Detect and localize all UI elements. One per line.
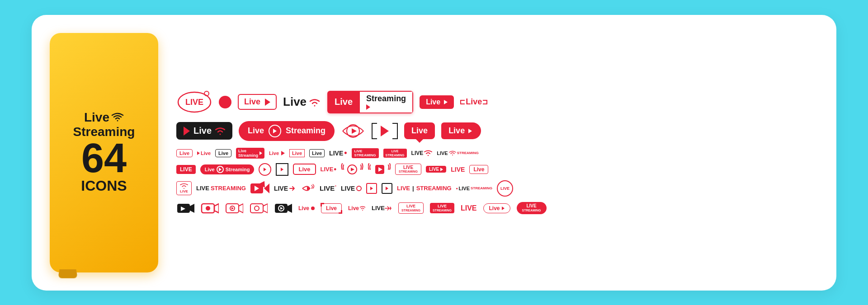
sm-live-streaming-pill-final-icon: LIVE STREAMING [517, 202, 547, 214]
sm-live-streaming-logo-icon: LIVE [176, 181, 192, 195]
sm-live-red-box-icon: LIVESTREAMING [352, 148, 379, 158]
sm-live-signal-icon: LIVE [411, 150, 433, 156]
icon-row-2: Live Live Streaming [176, 119, 818, 143]
svg-marker-4 [352, 128, 357, 134]
cam-play-circle-icon [225, 201, 243, 216]
sm-live-circle-icon: LIVE [341, 185, 362, 192]
sm-live-filled-sm-icon: LIVE [176, 165, 196, 174]
svg-rect-21 [250, 204, 263, 213]
sm-live-streaming-signal-icon: LIVE STREAMING [437, 150, 478, 156]
sm-live-large-text-icon: LIVE [461, 204, 477, 212]
sm-live-streaming-outline-icon: LIVE STREAMING [398, 202, 424, 214]
sm-live-red-outline-icon: Live [293, 164, 316, 175]
sm-live-outline-final-icon: Live [483, 203, 510, 213]
svg-marker-27 [288, 204, 292, 213]
promo-icons-label: ICONS [81, 178, 127, 194]
live-signal-text-icon: Live [283, 95, 321, 109]
icon-row-1: LIVE Live Live [176, 90, 818, 114]
sm-live-streaming-box3-icon: LIVE [426, 166, 446, 173]
sm-live-radio-icon: Live [348, 205, 365, 211]
cam-black-center-icon [274, 201, 292, 216]
sm-play-square2-icon [382, 183, 392, 194]
sm-live-cam-icon: Live [269, 150, 285, 156]
promo-title-row: Live [84, 111, 124, 125]
svg-marker-23 [263, 204, 268, 213]
promo-live-label: Live [84, 111, 109, 125]
radio-waves-icon [341, 119, 365, 143]
sm-live-streaming-dot-icon: • LIVE STREAMING [456, 186, 492, 191]
sm-play-circle-icon [259, 163, 271, 176]
sm-live-circle-sm2-icon: Live [298, 205, 315, 211]
sm-live-streaming-redbox-icon: LIVE STREAMING [430, 203, 454, 213]
sm-play-circle-waves-icon [341, 163, 363, 176]
live-bracket-icon: Live [460, 97, 487, 107]
sm-live-outline-icon: Live [176, 149, 193, 157]
live-circle-icon: LIVE [176, 90, 212, 114]
sm-live-dot-icon: LIVE• [329, 148, 347, 158]
promo-number: 64 [81, 139, 127, 178]
svg-text:LIVE: LIVE [185, 98, 203, 107]
sm-live-streaming-text-icon: LIVE STREAMING [196, 185, 246, 192]
sm-play-square-icon [366, 183, 377, 194]
sm-live-arrow-text-icon: LIVE [274, 185, 296, 192]
sm-play-arrow-icon [301, 183, 315, 193]
sm-live-stream-sm-icon: Live Streaming [200, 164, 255, 174]
svg-marker-19 [231, 207, 234, 210]
bracket-play-icon [372, 123, 398, 139]
live-black-play-icon: Live [176, 122, 232, 140]
live-camera-filled-icon: Live [420, 95, 454, 109]
live-streaming-pill-icon: Live Streaming [239, 121, 335, 141]
sm-live-text-icon: LIVE [451, 166, 465, 173]
wifi-signal-icon [111, 113, 124, 122]
live-arrow-right-icon: Live [441, 122, 481, 139]
promo-card: Live Streaming 64 ICONS [50, 33, 158, 272]
sm-live-outline2-icon: Live [469, 165, 488, 174]
svg-point-15 [206, 206, 210, 211]
cam-bracket-icon [250, 201, 268, 216]
live-speech-bubble-icon: Live [404, 122, 435, 139]
cam-red-outline-icon [201, 201, 219, 216]
live-camera-outline-icon: Live [238, 94, 277, 110]
icons-grid: LIVE Live Live [176, 90, 818, 216]
sm-live-streaming-box2-icon: LIVE STREAMING [395, 164, 421, 175]
sm-cam-play-icon [250, 183, 269, 193]
sm-bracket-play-icon [276, 163, 288, 176]
sm-live-streaming-flag-icon: LIVE STREAMING [383, 149, 407, 158]
svg-marker-13 [190, 204, 194, 213]
svg-point-22 [255, 206, 259, 211]
red-dot-icon [219, 96, 231, 108]
icon-row-4: LIVE Live Streaming Live LIVE• [176, 163, 818, 176]
sm-live-streaming-red-icon: LiveStreaming [236, 148, 264, 159]
sm-live-streaming-long-icon: LIVE | STREAMING [397, 185, 452, 192]
icon-row-5: LIVE LIVE STREAMING LIVE [176, 180, 818, 197]
sm-live-arrow-final-icon: LIVE [372, 205, 392, 211]
svg-marker-16 [214, 204, 219, 213]
live-streaming-banner-icon: Live Streaming [327, 91, 413, 113]
icon-row-6: Live Live Live LIVE [176, 201, 818, 216]
main-card: Live Streaming 64 ICONS LIVE [32, 15, 836, 291]
svg-marker-6 [351, 168, 354, 171]
sm-live-dot-red-icon: LIVE• [321, 165, 337, 174]
sm-live-circle-final-icon: LIVE [497, 180, 513, 197]
sm-live-arrow-icon: Live [197, 150, 211, 156]
icon-row-3: Live Live Live LiveStreaming Live Live L… [176, 148, 818, 159]
sm-live-box-icon: Live [215, 149, 231, 157]
sm-play-circle-waves2-icon [368, 163, 391, 176]
sm-live-superscript-icon: LIVE° [320, 184, 336, 192]
sm-live-bracket-icon: Live [289, 149, 305, 157]
cam-black-play-icon [176, 201, 194, 216]
sm-live-corner-bracket-icon: Live [321, 203, 342, 213]
sm-live-box-dark-icon: Live [309, 149, 325, 157]
svg-marker-20 [239, 204, 243, 213]
